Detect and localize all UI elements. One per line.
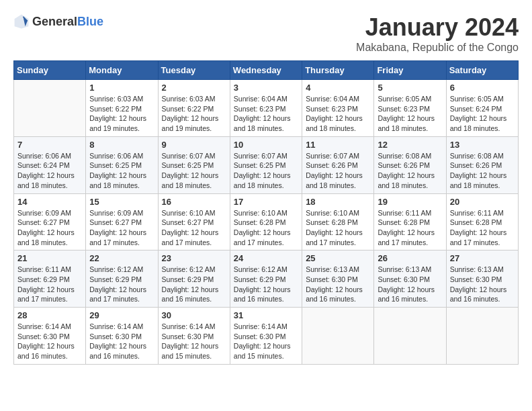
- day-number: 23: [162, 253, 226, 263]
- calendar-cell: 1Sunrise: 6:03 AMSunset: 6:22 PMDaylight…: [86, 80, 158, 137]
- day-number: 20: [450, 197, 515, 207]
- day-number: 9: [162, 140, 226, 150]
- calendar-cell: 29Sunrise: 6:14 AMSunset: 6:30 PMDayligh…: [86, 308, 158, 365]
- day-info: Sunrise: 6:10 AMSunset: 6:28 PMDaylight:…: [234, 208, 298, 248]
- day-number: 25: [306, 253, 370, 263]
- day-info: Sunrise: 6:03 AMSunset: 6:22 PMDaylight:…: [162, 94, 226, 134]
- day-number: 28: [17, 310, 82, 320]
- calendar-cell: 14Sunrise: 6:09 AMSunset: 6:27 PMDayligh…: [14, 193, 86, 250]
- day-number: 18: [306, 197, 370, 207]
- calendar-cell: 24Sunrise: 6:12 AMSunset: 6:29 PMDayligh…: [230, 250, 302, 308]
- day-info: Sunrise: 6:12 AMSunset: 6:29 PMDaylight:…: [89, 265, 154, 304]
- logo-text: GeneralBlue: [32, 15, 103, 29]
- day-info: Sunrise: 6:14 AMSunset: 6:30 PMDaylight:…: [17, 322, 82, 361]
- calendar-cell: 15Sunrise: 6:09 AMSunset: 6:27 PMDayligh…: [86, 193, 158, 250]
- day-number: 24: [234, 253, 298, 263]
- calendar-cell: 28Sunrise: 6:14 AMSunset: 6:30 PMDayligh…: [14, 308, 86, 365]
- calendar-week-row: 28Sunrise: 6:14 AMSunset: 6:30 PMDayligh…: [14, 308, 519, 365]
- day-info: Sunrise: 6:12 AMSunset: 6:29 PMDaylight:…: [162, 265, 226, 304]
- day-number: 12: [378, 140, 442, 150]
- calendar-cell: 31Sunrise: 6:14 AMSunset: 6:30 PMDayligh…: [230, 308, 302, 365]
- title-area: January 2024 Makabana, Republic of the C…: [356, 13, 519, 54]
- calendar-cell: 21Sunrise: 6:11 AMSunset: 6:29 PMDayligh…: [14, 250, 86, 308]
- day-info: Sunrise: 6:10 AMSunset: 6:28 PMDaylight:…: [306, 208, 370, 248]
- day-number: 1: [89, 83, 154, 93]
- day-number: 6: [450, 83, 515, 93]
- header: GeneralBlue January 2024 Makabana, Repub…: [13, 13, 519, 54]
- day-number: 8: [89, 140, 154, 150]
- day-info: Sunrise: 6:04 AMSunset: 6:23 PMDaylight:…: [234, 94, 298, 134]
- day-number: 15: [89, 197, 154, 207]
- calendar-body: 1Sunrise: 6:03 AMSunset: 6:22 PMDaylight…: [14, 80, 519, 365]
- day-info: Sunrise: 6:11 AMSunset: 6:28 PMDaylight:…: [450, 208, 515, 248]
- day-of-week-header: Saturday: [446, 61, 518, 80]
- day-number: 29: [89, 310, 154, 320]
- day-number: 31: [234, 310, 298, 320]
- calendar-cell: 25Sunrise: 6:13 AMSunset: 6:30 PMDayligh…: [302, 250, 374, 308]
- day-info: Sunrise: 6:12 AMSunset: 6:29 PMDaylight:…: [234, 265, 298, 304]
- calendar-cell: 5Sunrise: 6:05 AMSunset: 6:23 PMDaylight…: [374, 80, 446, 137]
- day-info: Sunrise: 6:11 AMSunset: 6:28 PMDaylight:…: [378, 208, 442, 248]
- calendar-week-row: 21Sunrise: 6:11 AMSunset: 6:29 PMDayligh…: [14, 250, 519, 308]
- calendar-cell: 27Sunrise: 6:13 AMSunset: 6:30 PMDayligh…: [446, 250, 518, 308]
- day-of-week-header: Sunday: [14, 61, 86, 80]
- calendar-cell: [446, 308, 518, 365]
- calendar-cell: 30Sunrise: 6:14 AMSunset: 6:30 PMDayligh…: [158, 308, 230, 365]
- calendar-cell: [374, 308, 446, 365]
- day-info: Sunrise: 6:10 AMSunset: 6:27 PMDaylight:…: [162, 208, 226, 248]
- day-info: Sunrise: 6:08 AMSunset: 6:26 PMDaylight:…: [450, 151, 515, 191]
- day-info: Sunrise: 6:03 AMSunset: 6:22 PMDaylight:…: [89, 94, 154, 134]
- day-of-week-header: Wednesday: [230, 61, 302, 80]
- calendar-cell: 10Sunrise: 6:07 AMSunset: 6:25 PMDayligh…: [230, 136, 302, 193]
- calendar-week-row: 7Sunrise: 6:06 AMSunset: 6:24 PMDaylight…: [14, 136, 519, 193]
- subtitle: Makabana, Republic of the Congo: [356, 42, 519, 54]
- day-info: Sunrise: 6:14 AMSunset: 6:30 PMDaylight:…: [162, 322, 226, 361]
- calendar-cell: [14, 80, 86, 137]
- calendar-cell: 9Sunrise: 6:07 AMSunset: 6:25 PMDaylight…: [158, 136, 230, 193]
- day-info: Sunrise: 6:13 AMSunset: 6:30 PMDaylight:…: [306, 265, 370, 304]
- calendar-cell: 7Sunrise: 6:06 AMSunset: 6:24 PMDaylight…: [14, 136, 86, 193]
- main-title: January 2024: [356, 13, 519, 42]
- day-number: 13: [450, 140, 515, 150]
- calendar-cell: 4Sunrise: 6:04 AMSunset: 6:23 PMDaylight…: [302, 80, 374, 137]
- day-info: Sunrise: 6:04 AMSunset: 6:23 PMDaylight:…: [306, 94, 370, 134]
- day-of-week-header: Monday: [86, 61, 158, 80]
- day-of-week-header: Friday: [374, 61, 446, 80]
- calendar-week-row: 14Sunrise: 6:09 AMSunset: 6:27 PMDayligh…: [14, 193, 519, 250]
- day-number: 3: [234, 83, 298, 93]
- day-number: 7: [17, 140, 82, 150]
- day-number: 17: [234, 197, 298, 207]
- general-blue-logo-icon: [13, 13, 30, 30]
- day-number: 21: [17, 253, 82, 263]
- calendar-cell: 22Sunrise: 6:12 AMSunset: 6:29 PMDayligh…: [86, 250, 158, 308]
- calendar-cell: 8Sunrise: 6:06 AMSunset: 6:25 PMDaylight…: [86, 136, 158, 193]
- day-number: 2: [162, 83, 226, 93]
- day-info: Sunrise: 6:05 AMSunset: 6:23 PMDaylight:…: [378, 94, 442, 134]
- calendar-week-row: 1Sunrise: 6:03 AMSunset: 6:22 PMDaylight…: [14, 80, 519, 137]
- calendar-table: SundayMondayTuesdayWednesdayThursdayFrid…: [13, 60, 519, 365]
- calendar-cell: 13Sunrise: 6:08 AMSunset: 6:26 PMDayligh…: [446, 136, 518, 193]
- day-number: 14: [17, 197, 82, 207]
- day-info: Sunrise: 6:14 AMSunset: 6:30 PMDaylight:…: [89, 322, 154, 361]
- calendar-cell: 19Sunrise: 6:11 AMSunset: 6:28 PMDayligh…: [374, 193, 446, 250]
- calendar-cell: 20Sunrise: 6:11 AMSunset: 6:28 PMDayligh…: [446, 193, 518, 250]
- day-info: Sunrise: 6:07 AMSunset: 6:25 PMDaylight:…: [162, 151, 226, 191]
- day-info: Sunrise: 6:09 AMSunset: 6:27 PMDaylight:…: [89, 208, 154, 248]
- day-number: 4: [306, 83, 370, 93]
- day-info: Sunrise: 6:06 AMSunset: 6:25 PMDaylight:…: [89, 151, 154, 191]
- day-number: 26: [378, 253, 442, 263]
- day-of-week-header: Thursday: [302, 61, 374, 80]
- day-info: Sunrise: 6:06 AMSunset: 6:24 PMDaylight:…: [17, 151, 82, 191]
- day-info: Sunrise: 6:07 AMSunset: 6:26 PMDaylight:…: [306, 151, 370, 191]
- logo: GeneralBlue: [13, 13, 103, 30]
- calendar-cell: 2Sunrise: 6:03 AMSunset: 6:22 PMDaylight…: [158, 80, 230, 137]
- calendar-cell: 23Sunrise: 6:12 AMSunset: 6:29 PMDayligh…: [158, 250, 230, 308]
- calendar-cell: 11Sunrise: 6:07 AMSunset: 6:26 PMDayligh…: [302, 136, 374, 193]
- day-number: 5: [378, 83, 442, 93]
- day-info: Sunrise: 6:13 AMSunset: 6:30 PMDaylight:…: [378, 265, 442, 304]
- day-number: 16: [162, 197, 226, 207]
- day-info: Sunrise: 6:07 AMSunset: 6:25 PMDaylight:…: [234, 151, 298, 191]
- calendar-cell: 18Sunrise: 6:10 AMSunset: 6:28 PMDayligh…: [302, 193, 374, 250]
- day-info: Sunrise: 6:05 AMSunset: 6:24 PMDaylight:…: [450, 94, 515, 134]
- day-number: 30: [162, 310, 226, 320]
